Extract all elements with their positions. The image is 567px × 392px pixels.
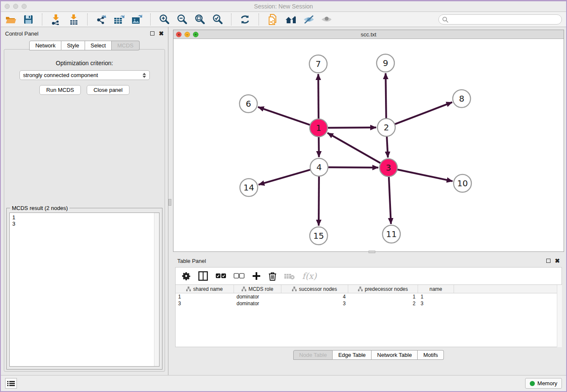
new-network-file-icon[interactable] [267,14,278,25]
export-table-icon[interactable] [113,14,124,25]
settings-gear-icon[interactable] [182,271,191,281]
table-row[interactable]: 3dominator323 [176,300,561,307]
select-all-icon[interactable] [215,273,226,279]
edge-2-9[interactable] [385,73,386,119]
table-cell[interactable]: 2 [348,300,418,307]
delete-column-icon[interactable] [268,271,277,281]
table-cell[interactable]: dominator [234,300,281,307]
edge-4-3[interactable] [328,167,378,168]
table-cell[interactable]: 3 [176,300,234,307]
memory-button[interactable]: Memory [525,378,562,389]
import-table-icon[interactable] [68,14,79,25]
node-3[interactable]: 3 [380,159,397,177]
delete-table-icon[interactable] [284,272,295,280]
open-folder-icon[interactable] [5,14,16,25]
node-10[interactable]: 10 [454,174,471,192]
export-network-icon[interactable] [96,14,107,25]
float-window-icon[interactable] [150,31,154,36]
edge-1-7[interactable] [318,74,319,119]
control-panel: Control Panel ✖ NetworkStyleSelectMCDS O… [1,27,168,375]
table-cell[interactable]: 1 [348,293,418,300]
task-history-button[interactable] [5,378,17,389]
column-header-label: MCDS role [248,286,273,292]
table-row[interactable]: 1dominator411 [176,293,561,300]
node-14[interactable]: 14 [240,179,258,196]
close-icon[interactable]: ✖ [555,259,560,263]
save-icon[interactable] [23,14,34,25]
column-header-name[interactable]: name [418,285,454,293]
node-2[interactable]: 2 [377,119,395,136]
tab-motifs[interactable]: Motifs [418,350,444,360]
table-cell[interactable]: 3 [418,300,454,307]
add-column-icon[interactable] [252,271,261,281]
edge-2-3[interactable] [387,136,388,157]
zoom-fit-icon[interactable] [194,14,205,25]
mcds-result-list[interactable]: 1 3 [9,213,160,367]
column-header-successor-nodes[interactable]: successor nodes [281,285,348,293]
column-header-predecessor-nodes[interactable]: predecessor nodes [348,285,418,293]
optimization-criterion-dropdown[interactable]: strongly connected component [19,70,150,80]
first-neighbors-icon[interactable] [285,14,296,25]
import-network-icon[interactable] [50,14,61,25]
zoom-in-icon[interactable] [159,14,170,25]
edge-4-15[interactable] [319,176,319,226]
node-1[interactable]: 1 [310,119,328,137]
node-7[interactable]: 7 [309,55,327,73]
tab-network-table[interactable]: Network Table [372,350,418,360]
edge-1-4[interactable] [319,137,319,157]
node-9[interactable]: 9 [377,54,394,72]
edge-2-8[interactable] [395,102,452,124]
apply-layout-icon[interactable] [239,14,250,25]
function-builder-icon[interactable]: f(x) [302,271,317,281]
table-scrollbar[interactable] [557,285,562,347]
export-image-icon[interactable] [131,14,142,25]
edge-3-11[interactable] [389,177,391,224]
tab-network[interactable]: Network [29,41,61,50]
search-field[interactable] [438,14,562,25]
table-cell[interactable]: dominator [234,293,281,300]
edge-1-6[interactable] [258,107,310,125]
table-cell[interactable]: 3 [281,300,348,307]
column-chooser-icon[interactable] [198,271,208,281]
node-8[interactable]: 8 [453,90,471,108]
svg-text:10: 10 [457,178,468,188]
edge-3-10[interactable] [397,169,453,181]
search-input[interactable] [451,17,558,22]
show-all-icon[interactable] [320,14,331,25]
edge-4-14[interactable] [259,170,311,185]
close-icon[interactable]: ✖ [159,31,164,36]
window-title: Session: New Session [1,3,566,10]
run-mcds-button[interactable]: Run MCDS [39,85,81,95]
node-11[interactable]: 11 [383,225,400,243]
table-cell[interactable]: 1 [176,293,234,300]
close-panel-button[interactable]: Close panel [87,85,129,95]
column-header-shared-name[interactable]: shared name [176,285,234,293]
network-canvas[interactable]: 7968124314101511 [173,39,564,251]
node-15[interactable]: 15 [310,227,328,245]
table-cell[interactable]: 1 [418,293,454,300]
edge-1-2[interactable] [328,127,376,128]
zoom-out-icon[interactable] [176,14,187,25]
tab-select[interactable]: Select [85,41,112,50]
splitter-handle[interactable] [168,199,171,206]
table-cell[interactable]: 4 [281,293,348,300]
horizontal-splitter-handle[interactable] [369,251,375,253]
float-window-icon[interactable] [546,259,550,263]
svg-text:8: 8 [459,94,465,104]
column-header-MCDS-role[interactable]: MCDS role [234,285,281,293]
node-4[interactable]: 4 [310,158,328,176]
title-bar: Session: New Session [1,1,566,12]
result-scrollbar[interactable] [154,213,159,366]
hierarchy-icon [186,287,191,291]
deselect-all-icon[interactable] [234,273,245,279]
zoom-selected-icon[interactable] [212,14,223,25]
tab-edge-table[interactable]: Edge Table [333,350,372,360]
node-6[interactable]: 6 [239,95,257,113]
edge-3-1[interactable] [328,133,381,163]
tab-node-table[interactable]: Node Table [293,350,333,360]
tab-mcds[interactable]: MCDS [112,41,139,50]
tab-style[interactable]: Style [61,41,85,50]
network-graph[interactable]: 7968124314101511 [173,39,563,252]
panel-splitter[interactable] [168,27,171,375]
hide-selected-icon[interactable] [303,14,314,25]
